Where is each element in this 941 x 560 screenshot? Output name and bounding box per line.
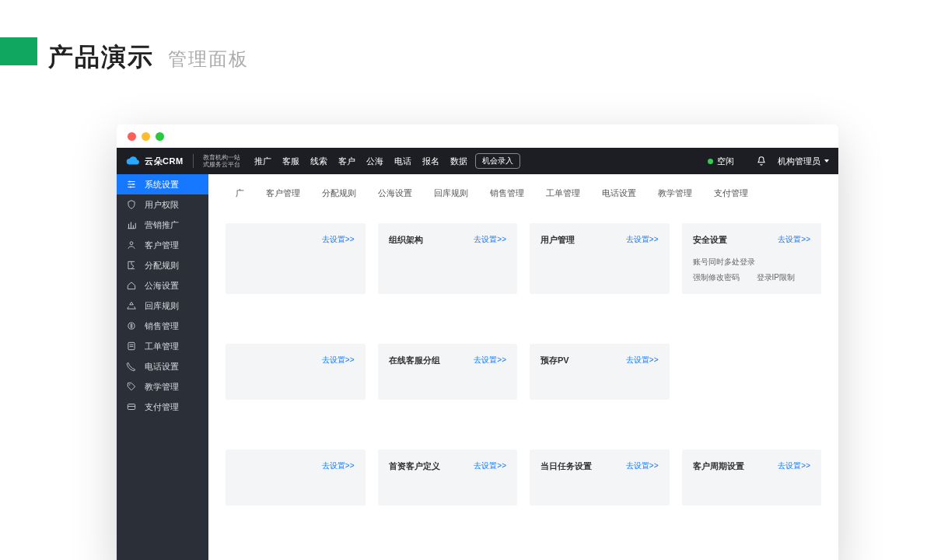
card-configure-link[interactable]: 去设置>> bbox=[626, 355, 659, 366]
card-subitem: 登录IP限制 bbox=[757, 272, 795, 283]
card-security: 安全设置 去设置>> 账号同时多处登录 强制修改密码 登录IP限制 bbox=[682, 223, 822, 294]
card-subitem: 账号同时多处登录 bbox=[693, 257, 755, 268]
topnav-item-service[interactable]: 客服 bbox=[282, 156, 299, 167]
page-title: 产品演示 bbox=[48, 40, 154, 75]
sidebar-item-system-settings[interactable]: 系统设置 bbox=[117, 174, 208, 194]
sales-icon bbox=[126, 320, 137, 331]
card-configure-link[interactable]: 去设置>> bbox=[778, 234, 810, 245]
subtab-distribution[interactable]: 分配规则 bbox=[313, 184, 365, 203]
subtab-return-rules[interactable]: 回库规则 bbox=[425, 184, 477, 203]
user-label: 机构管理员 bbox=[778, 156, 820, 167]
card-subitem: 强制修改密码 bbox=[693, 272, 740, 283]
sidebar-item-ticket-mgmt[interactable]: 工单管理 bbox=[117, 336, 208, 356]
card-row-3: 去设置>> 首资客户定义 去设置>> 当日任务设置 去设置>> 客户周期设置 去… bbox=[208, 437, 838, 537]
topnav-item-data[interactable]: 数据 bbox=[450, 156, 467, 167]
svg-point-0 bbox=[129, 180, 131, 182]
recycle-icon bbox=[126, 300, 137, 311]
subtab-payment[interactable]: 支付管理 bbox=[705, 184, 757, 203]
svg-point-6 bbox=[129, 384, 131, 386]
status-dot-icon bbox=[708, 159, 713, 164]
sidebar-item-label: 支付管理 bbox=[145, 401, 179, 413]
card-configure-link[interactable]: 去设置>> bbox=[322, 460, 355, 471]
notifications-icon[interactable] bbox=[756, 156, 767, 166]
subtab-sales[interactable]: 销售管理 bbox=[481, 184, 533, 203]
card-configure-link[interactable]: 去设置>> bbox=[322, 234, 355, 245]
sidebar-item-distribution-rules[interactable]: 分配规则 bbox=[117, 255, 208, 275]
card-first-customer-def: 首资客户定义 去设置>> bbox=[378, 450, 518, 506]
card-configure-link[interactable]: 去设置>> bbox=[474, 234, 506, 245]
subtab-ticket[interactable]: 工单管理 bbox=[537, 184, 589, 203]
topnav-item-phone[interactable]: 电话 bbox=[394, 156, 411, 167]
card-prestore-pv: 预存PV 去设置>> bbox=[530, 344, 670, 400]
subtab-teaching[interactable]: 教学管理 bbox=[649, 184, 701, 203]
sidebar-item-phone-settings[interactable]: 电话设置 bbox=[117, 356, 208, 376]
sidebar: 系统设置 用户权限 营销推广 客户管理 bbox=[117, 174, 208, 560]
window-maximize-icon[interactable] bbox=[156, 132, 164, 141]
page-heading: 产品演示 管理面板 bbox=[0, 37, 249, 75]
topbar: 云朵CRM 教育机构一站 式服务云平台 推广 客服 线索 客户 公海 电话 报名… bbox=[117, 148, 838, 174]
user-menu[interactable]: 机构管理员 bbox=[778, 156, 829, 167]
chevron-down-icon bbox=[824, 159, 829, 163]
subtab-customer[interactable]: 客户管理 bbox=[257, 184, 309, 203]
window-close-icon[interactable] bbox=[128, 132, 136, 141]
subtab-public-sea[interactable]: 公海设置 bbox=[369, 184, 421, 203]
app-body: 系统设置 用户权限 营销推广 客户管理 bbox=[117, 174, 838, 560]
card-configure-link[interactable]: 去设置>> bbox=[778, 460, 810, 471]
card-subitems: 账号同时多处登录 强制修改密码 登录IP限制 bbox=[693, 257, 811, 283]
topnav-item-promo[interactable]: 推广 bbox=[254, 156, 271, 167]
subtabs: 广 客户管理 分配规则 公海设置 回库规则 销售管理 工单管理 电话设置 教学管… bbox=[227, 174, 838, 211]
svg-rect-5 bbox=[128, 342, 135, 349]
svg-point-2 bbox=[130, 186, 131, 187]
sidebar-item-return-rules[interactable]: 回库规则 bbox=[117, 296, 208, 316]
sidebar-item-label: 工单管理 bbox=[145, 341, 179, 352]
card-row-2: 去设置>> 在线客服分组 去设置>> 预存PV 去设置>> bbox=[208, 331, 838, 400]
app-window: 云朵CRM 教育机构一站 式服务云平台 推广 客服 线索 客户 公海 电话 报名… bbox=[117, 124, 838, 560]
card-org-structure: 组织架构 去设置>> bbox=[378, 223, 518, 294]
sidebar-item-label: 公海设置 bbox=[145, 280, 179, 292]
topnav-item-lead[interactable]: 线索 bbox=[310, 156, 327, 167]
subtab-partial[interactable]: 广 bbox=[227, 184, 253, 203]
page-subtitle: 管理面板 bbox=[168, 47, 249, 72]
rules-icon bbox=[126, 260, 137, 271]
sidebar-item-marketing[interactable]: 营销推广 bbox=[117, 215, 208, 235]
card-customer-cycle: 客户周期设置 去设置>> bbox=[682, 450, 822, 506]
card-configure-link[interactable]: 去设置>> bbox=[322, 355, 355, 366]
card-icon bbox=[126, 401, 137, 412]
sidebar-item-label: 系统设置 bbox=[145, 179, 179, 191]
ticket-icon bbox=[126, 341, 137, 352]
tag-icon bbox=[126, 381, 137, 392]
sidebar-item-label: 用户权限 bbox=[145, 199, 179, 211]
main-panel: 广 客户管理 分配规则 公海设置 回库规则 销售管理 工单管理 电话设置 教学管… bbox=[208, 174, 838, 560]
sidebar-item-customer-mgmt[interactable]: 客户管理 bbox=[117, 235, 208, 255]
agent-status[interactable]: 空闲 bbox=[708, 156, 734, 167]
sidebar-item-label: 客户管理 bbox=[145, 240, 179, 251]
sidebar-item-payment-mgmt[interactable]: 支付管理 bbox=[117, 397, 208, 417]
card-daily-task: 当日任务设置 去设置>> bbox=[530, 450, 670, 506]
window-minimize-icon[interactable] bbox=[142, 132, 150, 141]
window-titlebar bbox=[117, 124, 838, 148]
svg-point-3 bbox=[130, 242, 133, 245]
home-icon bbox=[126, 280, 137, 291]
topnav-item-sea[interactable]: 公海 bbox=[366, 156, 383, 167]
topnav-item-customer[interactable]: 客户 bbox=[338, 156, 355, 167]
card-configure-link[interactable]: 去设置>> bbox=[474, 460, 506, 471]
sidebar-item-teaching-mgmt[interactable]: 教学管理 bbox=[117, 376, 208, 397]
phone-icon bbox=[126, 361, 137, 372]
cloud-icon bbox=[126, 154, 140, 168]
accent-bar bbox=[0, 37, 37, 65]
sidebar-item-sales-mgmt[interactable]: 销售管理 bbox=[117, 316, 208, 336]
logo[interactable]: 云朵CRM 教育机构一站 式服务云平台 bbox=[126, 154, 240, 168]
shield-icon bbox=[126, 199, 137, 210]
sidebar-item-public-sea[interactable]: 公海设置 bbox=[117, 275, 208, 296]
card-configure-link[interactable]: 去设置>> bbox=[474, 355, 506, 366]
card-online-agent-group: 在线客服分组 去设置>> bbox=[378, 344, 518, 400]
sidebar-item-user-permission[interactable]: 用户权限 bbox=[117, 194, 208, 215]
record-opportunity-button[interactable]: 机会录入 bbox=[475, 153, 520, 169]
status-label: 空闲 bbox=[717, 156, 734, 167]
topnav-item-signup[interactable]: 报名 bbox=[422, 156, 439, 167]
card-configure-link[interactable]: 去设置>> bbox=[626, 460, 659, 471]
sidebar-item-label: 电话设置 bbox=[145, 361, 179, 373]
subtab-phone[interactable]: 电话设置 bbox=[593, 184, 645, 203]
card-configure-link[interactable]: 去设置>> bbox=[626, 234, 659, 245]
person-icon bbox=[126, 240, 137, 250]
